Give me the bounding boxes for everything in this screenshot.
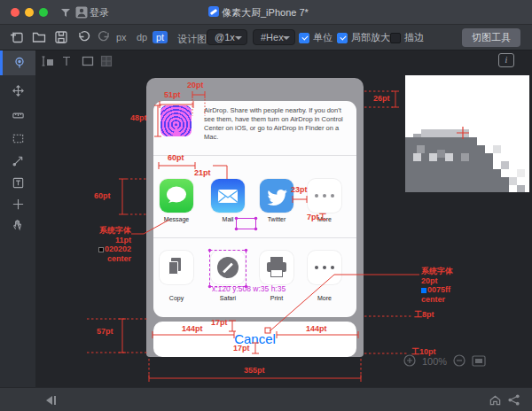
twitter-app-icon[interactable] (260, 179, 293, 213)
zoom-level-value: 100% (422, 356, 447, 367)
selection-bounds-label[interactable]: x:120 y:508 w:35 h:35 (212, 284, 286, 293)
divider (153, 237, 356, 238)
ruler-tool[interactable] (0, 104, 35, 127)
measure-label[interactable]: 7pt工 (307, 212, 327, 223)
message-app-icon[interactable] (160, 179, 193, 213)
fit-screen-button[interactable] (472, 355, 486, 368)
unit-dp-button[interactable]: dp (133, 31, 151, 43)
tool-sidebar (0, 50, 35, 387)
measure-label[interactable]: 355pt (244, 366, 265, 375)
zoom-controls: 100% (403, 354, 486, 368)
measure-label[interactable]: 57pt (97, 327, 113, 336)
color-swatch (421, 288, 426, 293)
measure-label[interactable]: 17pt (233, 344, 250, 353)
checkbox-unit[interactable]: 单位 (299, 31, 332, 44)
annotation-size-icon[interactable] (41, 54, 56, 69)
chevron-down-icon (283, 36, 290, 40)
measure-label[interactable]: 20pt (187, 81, 204, 89)
action-label[interactable]: Copy (153, 295, 200, 301)
dropdown-menu-icon[interactable] (59, 5, 73, 23)
measure-label[interactable]: 21pt (194, 168, 211, 177)
checkbox-icon (337, 33, 348, 43)
checkbox-stroke[interactable]: 描边 (390, 31, 424, 44)
airdrop-icon[interactable] (160, 105, 192, 136)
cancel-button-label[interactable]: Cancel (153, 331, 356, 346)
font-annotation-right[interactable]: 系统字体 20pt 0075ff center (421, 267, 453, 304)
marquee-tool[interactable] (0, 127, 35, 150)
design-scale-label: 设计图: (177, 33, 209, 46)
app-label[interactable]: Mail (205, 216, 251, 222)
zoom-window-button[interactable] (39, 8, 48, 17)
measure-label[interactable]: 工8pt (414, 309, 434, 321)
info-panel-button[interactable]: i (498, 53, 514, 67)
close-window-button[interactable] (11, 8, 20, 17)
safari-action-icon[interactable] (211, 251, 245, 284)
text-tool[interactable] (0, 171, 35, 194)
measure-label[interactable]: 60pt (168, 153, 184, 162)
annotation-text-icon[interactable] (61, 54, 76, 69)
app-label[interactable]: Message (153, 216, 200, 222)
magnifier-panel (405, 75, 529, 192)
action-label[interactable]: Safari (205, 295, 251, 301)
unit-pt-button[interactable]: pt (153, 31, 168, 43)
scale-select[interactable]: @1x (207, 29, 247, 45)
app-icon (208, 6, 219, 17)
app-label[interactable]: Twitter (254, 216, 300, 222)
magnified-pixels (405, 75, 529, 192)
hand-tool[interactable] (0, 213, 35, 236)
title-bar: 登录 像素大厨_iPhone 7* (0, 0, 532, 25)
home-button[interactable] (489, 393, 502, 410)
annotation-rect-icon[interactable] (81, 54, 96, 69)
new-project-icon[interactable] (9, 29, 25, 45)
collapse-panel-button[interactable] (46, 395, 59, 406)
font-annotation-left[interactable]: 系统字体 11pt 020202 center (71, 226, 131, 263)
move-tool[interactable] (0, 79, 35, 102)
annotation-region-icon[interactable] (99, 54, 114, 69)
window-title: 像素大厨_iPhone 7* (222, 6, 309, 19)
zoom-in-button[interactable] (403, 354, 416, 368)
unit-px-button[interactable]: px (113, 31, 130, 43)
print-action-icon[interactable] (260, 251, 293, 284)
open-folder-icon[interactable] (31, 29, 47, 45)
airdrop-description[interactable]: AirDrop. Share with people nearby. If yo… (204, 106, 350, 142)
distance-measure-tool[interactable] (0, 149, 35, 172)
measure-label[interactable]: 23pt (291, 185, 308, 194)
checkbox-icon (299, 33, 309, 43)
main-toolbar: px dp pt 设计图: @1x #Hex 单位 局部放大 描边 切图工具 (0, 25, 532, 50)
color-format-select[interactable]: #Hex (253, 29, 295, 45)
mail-app-icon[interactable] (211, 179, 245, 213)
measure-label[interactable]: 60pt (94, 191, 111, 200)
slice-tool-button[interactable]: 切图工具 (462, 28, 520, 47)
user-account-icon[interactable] (74, 5, 89, 23)
more-apps-icon[interactable] (308, 179, 341, 213)
measure-label[interactable]: 26pt (373, 94, 390, 103)
copy-action-icon[interactable] (160, 251, 193, 284)
more-actions-icon[interactable] (308, 251, 341, 284)
bottom-bar (0, 387, 532, 411)
login-button[interactable]: 登录 (90, 6, 109, 19)
color-swatch (98, 247, 104, 252)
triangle-left-icon (46, 396, 52, 405)
chevron-down-icon (235, 36, 242, 40)
minimize-window-button[interactable] (25, 8, 34, 17)
measure-label[interactable]: 51pt (164, 90, 181, 99)
checkbox-icon (390, 33, 401, 43)
measure-label[interactable]: 144pt (182, 324, 203, 333)
smart-measure-tool[interactable] (0, 50, 35, 75)
zoom-out-button[interactable] (453, 354, 466, 368)
share-button[interactable] (507, 393, 520, 410)
share-sheet-design[interactable]: AirDrop. Share with people nearby. If yo… (146, 78, 364, 357)
undo-icon[interactable] (76, 29, 92, 45)
measure-label[interactable]: 17pt (211, 318, 228, 327)
action-label[interactable]: More (301, 295, 348, 301)
measure-label[interactable]: 144pt (306, 324, 327, 333)
action-label[interactable]: Print (254, 295, 300, 301)
redo-icon[interactable] (96, 29, 112, 45)
save-icon[interactable] (53, 29, 69, 45)
checkbox-local-magnify[interactable]: 局部放大 (337, 31, 390, 44)
design-canvas[interactable]: i AirDrop. Share with people nearby. If … (35, 50, 532, 387)
measure-label[interactable]: 48pt (130, 113, 147, 122)
